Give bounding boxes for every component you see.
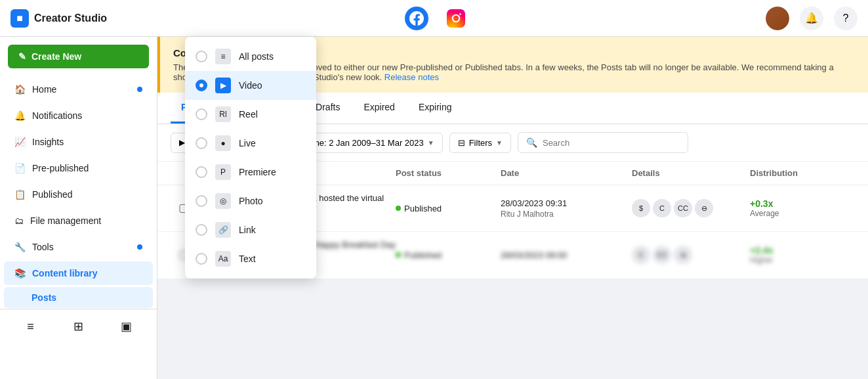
tab-expiring[interactable]: Expiring: [408, 93, 463, 123]
date-cell-2: 28/03/2023 09:00: [501, 250, 632, 260]
caption-icon-2[interactable]: CC: [653, 246, 671, 264]
header-date: Date: [501, 168, 632, 178]
premiere-icon: P: [215, 164, 231, 180]
status-dot-1: [396, 206, 401, 211]
radio-reel: [196, 108, 207, 120]
sidebar-item-content-library[interactable]: 📚 Content library: [4, 261, 153, 285]
facebook-platform-btn[interactable]: [405, 7, 428, 30]
content-library-icon: 📚: [14, 268, 26, 279]
sidebar: ✎ Create New 🏠 Home 🔔 Notifications 📈: [0, 37, 157, 379]
sidebar-item-notifications[interactable]: 🔔 Notifications: [4, 104, 153, 127]
photo-icon: ◎: [215, 193, 231, 209]
all-posts-icon: ≡: [215, 49, 231, 64]
platform-switcher: [405, 7, 468, 30]
radio-photo: [196, 195, 207, 207]
search-box[interactable]: 🔍: [518, 132, 688, 153]
dropdown-item-all-posts[interactable]: ≡ All posts: [185, 42, 316, 71]
sidebar-item-home[interactable]: 🏠 Home: [4, 78, 153, 101]
copyright-icon[interactable]: C: [653, 199, 671, 217]
header-status: Post status: [396, 168, 501, 178]
sidebar-item-file-management[interactable]: 🗂 File management: [4, 209, 153, 233]
sidebar-item-insights[interactable]: 📈 Insights: [4, 130, 153, 154]
status-dot-2: [396, 252, 401, 257]
more-icon[interactable]: ⊖: [695, 199, 713, 217]
dropdown-item-live[interactable]: ● Live: [185, 129, 316, 158]
sidebar-item-tools[interactable]: 🔧 Tools: [4, 235, 153, 259]
app-title: Creator Studio: [34, 12, 107, 24]
notifications-bell-btn[interactable]: 🔔: [800, 7, 823, 30]
sidebar-icon-2[interactable]: ⊞: [68, 316, 89, 337]
header-distribution: Distribution: [750, 168, 855, 178]
sidebar-item-published[interactable]: 📋 Published: [4, 183, 153, 206]
chevron-down-icon-3: ▼: [496, 139, 503, 146]
text-type-icon: Aa: [215, 251, 231, 267]
details-icons-2: C CC ⊖: [632, 246, 750, 264]
status-badge-2: Published: [396, 250, 501, 260]
status-badge-1: Published: [396, 204, 501, 213]
search-icon: 🔍: [526, 137, 537, 148]
copyright-icon-2[interactable]: C: [632, 246, 650, 264]
sidebar-icon-3[interactable]: ▣: [116, 316, 137, 337]
bell-icon: 🔔: [14, 110, 26, 121]
dropdown-item-video[interactable]: ▶ Video: [185, 71, 316, 100]
search-input[interactable]: [543, 138, 680, 148]
dropdown-item-photo[interactable]: ◎ Photo: [185, 187, 316, 215]
pencil-icon: ✎: [18, 51, 26, 62]
dropdown-item-text[interactable]: Aa Text: [185, 244, 316, 273]
video-icon: ▶: [179, 138, 185, 147]
top-nav-left: ■ Creator Studio: [10, 9, 107, 28]
app-logo: ■: [10, 9, 29, 28]
tab-expired[interactable]: Expired: [353, 93, 405, 123]
filters-btn[interactable]: ⊟ Filters ▼: [449, 133, 511, 153]
post-type-dropdown: ≡ All posts ▶ Video Rl Reel ● Live P Pre…: [185, 37, 316, 279]
instagram-platform-btn[interactable]: [444, 7, 468, 30]
pre-published-icon: 📄: [14, 163, 26, 173]
dropdown-item-reel[interactable]: Rl Reel: [185, 100, 316, 129]
file-icon: 🗂: [14, 215, 24, 226]
video-type-icon: ▶: [215, 78, 231, 93]
dropdown-item-premiere[interactable]: P Premiere: [185, 158, 316, 187]
svg-rect-0: [447, 9, 465, 28]
release-notes-link[interactable]: Release notes: [384, 72, 439, 82]
top-nav-right: 🔔 ?: [766, 7, 858, 30]
home-notification-dot: [137, 87, 142, 92]
header-details: Details: [632, 168, 750, 178]
published-icon: 📋: [14, 189, 26, 200]
top-nav: ■ Creator Studio: [0, 0, 868, 37]
details-icons-1: $ C CC ⊖: [632, 199, 750, 217]
sidebar-item-pre-published[interactable]: 📄 Pre-published: [4, 156, 153, 180]
radio-premiere: [196, 166, 207, 178]
caption-icon[interactable]: CC: [674, 199, 692, 217]
distrib-cell-1: +0.3x Average: [750, 198, 855, 218]
date-cell-1: 28/03/2023 09:31 Ritu J Malhotra: [501, 198, 632, 219]
avatar[interactable]: [766, 7, 789, 30]
home-icon: 🏠: [14, 84, 26, 95]
monetize-icon[interactable]: $: [632, 199, 650, 217]
create-new-button[interactable]: ✎ Create New: [8, 45, 149, 68]
filter-icon: ⊟: [458, 138, 465, 148]
radio-all-posts: [196, 51, 207, 62]
live-icon: ●: [215, 135, 231, 151]
reel-icon: Rl: [215, 106, 231, 122]
sidebar-sub-item-posts[interactable]: Posts: [4, 287, 153, 308]
sidebar-bottom: ≡ ⊞ ▣: [0, 309, 157, 344]
more-icon-2[interactable]: ⊖: [674, 246, 692, 264]
tools-icon: 🔧: [14, 242, 26, 252]
help-btn[interactable]: ?: [834, 7, 858, 30]
chevron-down-icon-2: ▼: [428, 139, 434, 146]
radio-link: [196, 224, 207, 236]
radio-text: [196, 253, 207, 265]
distrib-cell-2: +2.4x Higher: [750, 245, 855, 265]
tools-notification-dot: [137, 244, 142, 250]
dropdown-item-link[interactable]: 🔗 Link: [185, 215, 316, 244]
body-container: ✎ Create New 🏠 Home 🔔 Notifications 📈: [0, 37, 868, 379]
radio-live: [196, 137, 207, 149]
svg-point-2: [459, 13, 461, 15]
radio-video: [196, 79, 207, 91]
insights-icon: 📈: [14, 137, 26, 147]
link-icon: 🔗: [215, 222, 231, 238]
sidebar-icon-1[interactable]: ≡: [20, 316, 41, 337]
